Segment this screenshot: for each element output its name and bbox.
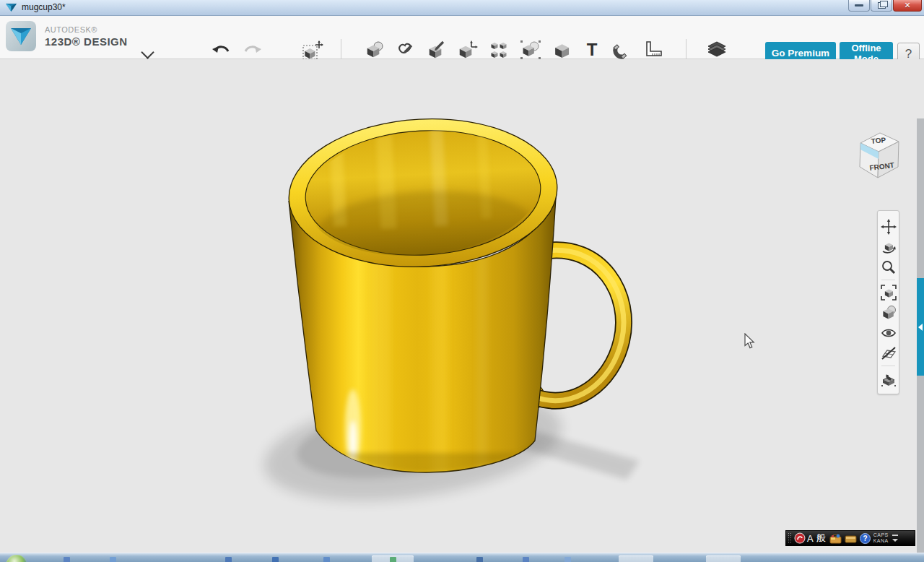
pan-icon[interactable] [881,219,897,235]
brand-123d-design: 123D® DESIGN [45,35,128,48]
mouse-cursor [744,333,756,350]
redo-button[interactable] [242,42,262,61]
primitives-icon [365,40,384,59]
navigation-toolbar [877,210,899,394]
taskbar-icon[interactable] [272,557,279,562]
minimize-icon [855,4,863,7]
windows-taskbar[interactable] [0,553,924,562]
ime-caps-label[interactable]: CAPS [873,532,889,538]
ime-input-mode[interactable]: A [807,533,814,544]
svg-text:?: ? [863,535,867,542]
grip-icon[interactable] [788,532,792,544]
viewcube-top-label[interactable]: TOP [871,136,886,145]
snap-icon [613,40,632,59]
snap-toggle-icon[interactable] [881,371,897,386]
ime-help-icon[interactable]: ? [860,533,871,544]
taskbar-icon[interactable] [225,557,232,562]
123d-logo-icon [10,27,32,46]
shaded-icon[interactable] [881,305,897,321]
ime-minimize-icon[interactable] [892,535,898,536]
fit-icon[interactable] [881,285,897,301]
pattern-icon [489,40,508,59]
orbit-icon[interactable] [881,239,897,255]
app-window: mugcup30* ✕ AUTODESK® 123D® DESIGN [0,0,924,562]
panel-expand-tab[interactable] [917,278,924,376]
app-logo-icon [6,3,17,12]
undo-button[interactable] [212,42,232,61]
ime-toolbox-icon[interactable] [829,533,842,544]
taskbar-icon[interactable] [523,557,529,562]
brand-autodesk: AUTODESK® [45,25,97,34]
taskbar-icon[interactable] [565,557,571,562]
ime-conversion-mode[interactable]: 般 [816,532,826,545]
main-toolbar: AUTODESK® 123D® DESIGN [0,16,924,59]
group-icon [520,40,541,59]
ime-app-icon[interactable] [794,532,806,544]
taskbar-icon[interactable] [323,557,330,562]
taskbar-button[interactable] [706,555,741,562]
mug-model[interactable] [0,59,924,553]
taskbar-icon[interactable] [751,557,757,562]
start-button[interactable] [6,555,27,562]
restore-icon [878,2,886,9]
ime-language-bar[interactable]: A 般 ? CAPS KANA [785,530,915,546]
hide-sketch-icon[interactable] [881,345,897,361]
close-button[interactable]: ✕ [893,0,922,12]
zoom-icon[interactable] [881,259,897,275]
sketch-icon [396,40,415,59]
combine-icon [552,40,571,59]
measure-icon [644,40,663,59]
3d-viewport[interactable]: TOP FRONT [0,59,924,553]
modify-icon [458,40,478,59]
nav-separator [881,280,895,280]
taskbar-button[interactable] [619,555,653,562]
materials-icon [707,40,727,59]
arrow-left-icon [918,324,923,331]
view-cube[interactable]: TOP FRONT [854,127,903,186]
visibility-icon[interactable] [881,325,897,341]
ime-kana-label[interactable]: KANA [873,538,889,544]
chevron-down-icon[interactable] [141,46,154,59]
taskbar-icon[interactable] [476,557,483,562]
taskbar-icon[interactable] [64,557,70,562]
close-icon: ✕ [904,1,910,10]
transform-icon [302,40,323,61]
taskbar-icon[interactable] [390,557,396,562]
window-title: mugcup30* [22,2,66,12]
taskbar-icon[interactable] [110,557,116,562]
ime-pad-icon[interactable] [845,534,857,543]
text-icon: T [587,40,598,59]
app-menu-button[interactable] [6,21,36,51]
ime-options-icon[interactable] [892,539,898,542]
titlebar[interactable]: mugcup30* ✕ [0,0,924,16]
restore-button[interactable] [871,0,892,12]
nav-separator [881,366,895,366]
minimize-button[interactable] [848,0,870,12]
construct-icon [427,40,446,59]
